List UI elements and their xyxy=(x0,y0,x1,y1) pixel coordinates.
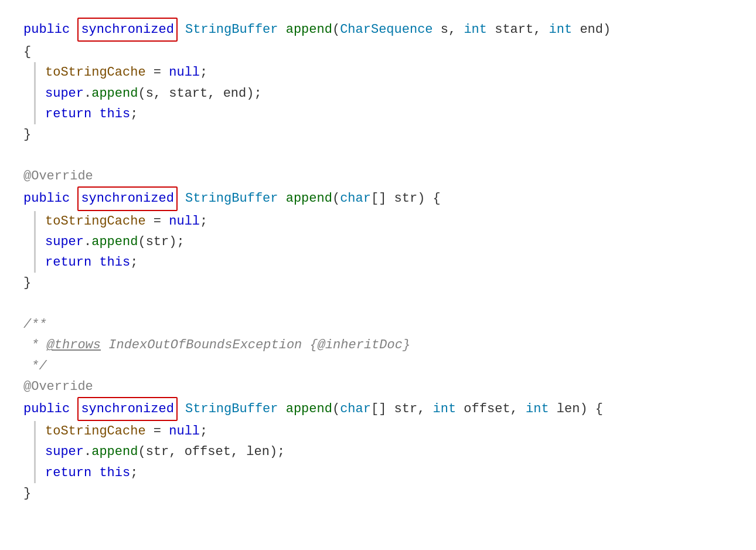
code-viewer: public synchronized StringBuffer append(… xyxy=(23,18,733,504)
type-int-3: int xyxy=(433,399,457,419)
paren-open: ( xyxy=(138,83,145,104)
semicolon-7: ; xyxy=(130,463,138,483)
paren-close-3: ) xyxy=(169,232,176,252)
annotation-override-line-2: @Override xyxy=(23,376,733,397)
type-stringbuffer-3: StringBuffer xyxy=(178,399,278,419)
brace-close-3: } xyxy=(23,483,31,504)
method1-body: toStringCache = null; super.append(s, st… xyxy=(34,62,733,124)
paren-close-5: ) xyxy=(270,442,277,462)
param-end: end xyxy=(572,19,603,40)
semicolon-3: ; xyxy=(176,232,184,252)
type-stringbuffer-2: StringBuffer xyxy=(178,188,278,209)
brace-close-line: } xyxy=(23,124,733,145)
param-start: start, xyxy=(487,19,549,40)
spacing-1 xyxy=(23,145,733,166)
method-append-3: append xyxy=(278,399,332,419)
semicolon-6: ; xyxy=(277,442,285,462)
semicolon-4: ; xyxy=(130,252,138,273)
brace-open-inline-2: { xyxy=(595,399,603,419)
brace-close: } xyxy=(23,124,31,145)
param-len: len xyxy=(549,399,580,419)
paren-close: ) xyxy=(246,83,254,104)
brace-close-line-3: } xyxy=(23,483,733,504)
semicolon-5: ; xyxy=(200,421,207,442)
brace-open-inline: { xyxy=(433,188,441,209)
keyword-synchronized-highlighted-3: synchronized xyxy=(77,397,177,421)
var-toStringCache: toStringCache xyxy=(45,62,146,83)
type-stringbuffer: StringBuffer xyxy=(178,19,278,40)
args-3: str, offset, len xyxy=(146,442,270,462)
method-append-call-2: append xyxy=(91,232,138,252)
var-toStringCache-3: toStringCache xyxy=(45,421,146,442)
comment-close: */ xyxy=(23,356,47,376)
semicolon: ; xyxy=(130,104,138,124)
paren-close-4: ) xyxy=(580,399,595,419)
comment-space xyxy=(101,335,108,355)
dot-2: . xyxy=(84,232,91,252)
method-append-call: append xyxy=(91,83,138,104)
dot-3: . xyxy=(84,442,91,462)
paren-open-3: ( xyxy=(138,232,145,252)
statement-super-append: super.append(s, start, end); xyxy=(45,83,733,104)
kw-super: super xyxy=(45,83,84,104)
kw-this-2: this xyxy=(91,252,130,273)
javadoc-open: /** xyxy=(23,314,733,335)
annotation-override: @Override xyxy=(23,166,93,186)
comment-exception: IndexOutOfBoundsException xyxy=(108,335,302,355)
semicolon: ; xyxy=(254,83,261,104)
kw-null-3: null xyxy=(169,421,200,442)
keyword-synchronized-highlighted-2: synchronized xyxy=(77,186,177,211)
method3-body: toStringCache = null; super.append(str, … xyxy=(34,421,733,483)
args: s, start, end xyxy=(146,83,247,104)
statement-return: return this; xyxy=(45,104,733,124)
brace-close-line-2: } xyxy=(23,273,733,293)
kw-this: this xyxy=(91,104,130,124)
paren-close-2: ) xyxy=(417,188,433,209)
keyword-public: public xyxy=(23,19,77,40)
assign-op-3: = xyxy=(146,421,169,442)
method2-annotation: @Override xyxy=(23,166,733,186)
type-int-4: int xyxy=(526,399,549,419)
bracket: [] xyxy=(371,188,386,209)
code-line: public synchronized StringBuffer append(… xyxy=(23,18,733,42)
statement-toString-cache-3: toStringCache = null; xyxy=(45,421,733,442)
kw-super-3: super xyxy=(45,442,84,462)
javadoc-block: /** * @throws IndexOutOfBoundsException … xyxy=(23,314,733,376)
param-s: s, xyxy=(433,19,464,40)
param-str-2: str, xyxy=(386,399,433,419)
brace-open-line: { xyxy=(23,42,733,62)
comment-inheritdoc: {@inheritDoc} xyxy=(310,335,411,355)
kw-return-2: return xyxy=(45,252,91,273)
paren-open-4: ( xyxy=(332,399,340,419)
kw-return-3: return xyxy=(45,463,91,483)
method1-signature: public synchronized StringBuffer append(… xyxy=(23,18,733,62)
javadoc-throws-line: * @throws IndexOutOfBoundsException {@in… xyxy=(23,335,733,355)
assign-op: = xyxy=(146,62,169,83)
kw-super-2: super xyxy=(45,232,84,252)
param-str: str xyxy=(386,188,417,209)
kw-return: return xyxy=(45,104,91,124)
statement-toString-cache: toStringCache = null; xyxy=(45,62,733,83)
code-line-2: public synchronized StringBuffer append(… xyxy=(23,186,733,211)
kw-null-2: null xyxy=(169,211,200,232)
method3-signature: public synchronized StringBuffer append(… xyxy=(23,397,733,421)
bracket-2: [] xyxy=(371,399,386,419)
javadoc-close: */ xyxy=(23,356,733,376)
statement-return-3: return this; xyxy=(45,463,733,483)
paren-close: ) xyxy=(603,19,611,40)
param-offset: offset, xyxy=(456,399,526,419)
type-char: char xyxy=(340,188,371,209)
var-toStringCache-2: toStringCache xyxy=(45,211,146,232)
keyword-public-3: public xyxy=(23,399,77,419)
method3-annotation: @Override xyxy=(23,376,733,397)
args-2: str xyxy=(146,232,169,252)
method2-body: toStringCache = null; super.append(str);… xyxy=(34,211,733,273)
keyword-synchronized-highlighted: synchronized xyxy=(77,18,177,42)
spacing-2 xyxy=(23,293,733,314)
dot: . xyxy=(84,83,91,104)
statement-toString-cache-2: toStringCache = null; xyxy=(45,211,733,232)
paren-open-2: ( xyxy=(332,188,340,209)
kw-null: null xyxy=(169,62,200,83)
method-append-2: append xyxy=(278,188,332,209)
keyword-public-2: public xyxy=(23,188,77,209)
